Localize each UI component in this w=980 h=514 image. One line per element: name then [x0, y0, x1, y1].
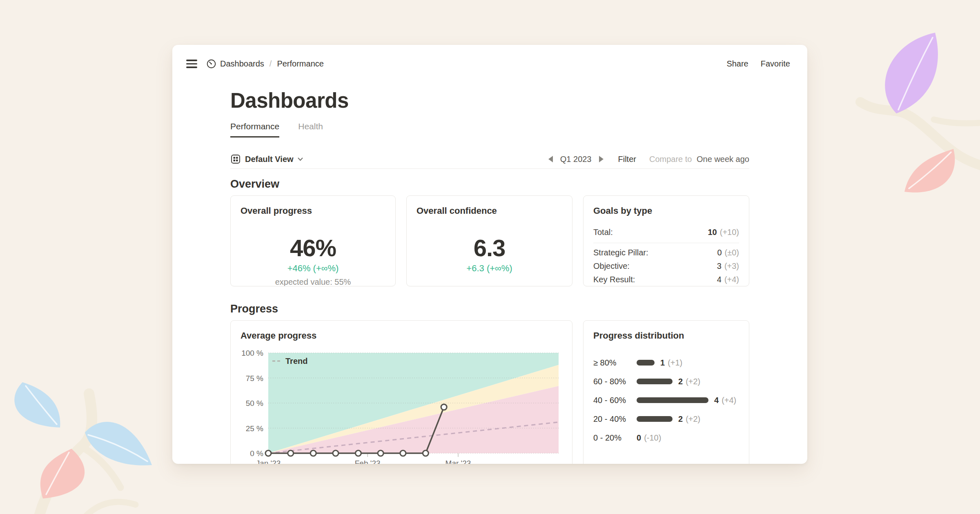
decor-branch-top-right [841, 20, 980, 212]
dist-row-delta: (+2) [686, 414, 700, 424]
app-window: Dashboards / Performance Share Favorite … [172, 45, 807, 464]
goals-by-type-card: Goals by type Total: 10 (+10) Strategic … [583, 195, 749, 286]
progress-cards: Average progress 100 %75 %50 %25 %0 %Jan… [230, 320, 749, 464]
goals-total-row: Total: 10 (+10) [593, 228, 739, 237]
goals-total-label: Total: [593, 228, 613, 237]
dist-bar [637, 379, 673, 384]
toolbar-right: Q1 2023 Filter Compare to One week ago [548, 155, 749, 164]
progress-heading: Progress [230, 303, 749, 315]
goal-row-delta: (+3) [724, 261, 739, 271]
pink-leaf-icon [40, 449, 85, 498]
svg-text:50 %: 50 % [246, 399, 263, 408]
period-label[interactable]: Q1 2023 [560, 155, 592, 164]
overall-progress-delta: +46% (+∞%) [231, 263, 395, 274]
distribution-row: ≥ 80% 1 (+1) [593, 353, 739, 372]
filter-button[interactable]: Filter [618, 155, 636, 164]
dist-row-label: 20 - 40% [593, 414, 637, 424]
distribution-row: 20 - 40% 2 (+2) [593, 410, 739, 428]
card-title: Progress distribution [593, 330, 739, 341]
distribution-row: 40 - 60% 4 (+4) [593, 391, 739, 410]
tab-health[interactable]: Health [298, 122, 323, 137]
dist-row-delta: (+1) [668, 358, 682, 368]
view-selector-label: Default View [245, 155, 294, 164]
dist-row-delta: (-10) [644, 433, 661, 443]
goal-row-value: 0 [717, 248, 722, 257]
goal-row-value: 4 [717, 275, 722, 284]
overall-confidence-delta: +6.3 (+∞%) [407, 263, 572, 274]
overview-cards: Overall progress 46% +46% (+∞%) expected… [230, 195, 749, 286]
goal-row-value: 3 [717, 261, 722, 271]
breadcrumb-dashboards[interactable]: Dashboards [206, 59, 264, 69]
goal-type-row: Key Result: 4(+4) [593, 275, 739, 284]
card-title: Average progress [241, 330, 562, 341]
menu-icon[interactable] [186, 60, 197, 68]
overall-confidence-value: 6.3 [407, 234, 572, 261]
next-period-button[interactable] [599, 156, 604, 162]
overview-heading: Overview [230, 178, 749, 191]
dist-row-delta: (+4) [722, 396, 736, 405]
dist-bar [637, 360, 655, 366]
compare-value-label: One week ago [697, 155, 749, 164]
breadcrumb-root-label: Dashboards [220, 59, 264, 69]
goals-total-delta: (+10) [720, 228, 739, 237]
dist-bar [637, 416, 673, 422]
svg-text:100 %: 100 % [241, 349, 263, 357]
goal-type-row: Strategic Pillar: 0(±0) [593, 248, 739, 257]
tab-bar: Performance Health [230, 122, 749, 137]
svg-text:Trend: Trend [285, 357, 307, 366]
overall-progress-expected: expected value: 55% [231, 277, 395, 286]
gauge-icon [206, 59, 216, 69]
svg-text:Feb '23: Feb '23 [355, 459, 381, 464]
dist-row-label: 0 - 20% [593, 433, 637, 443]
compare-button[interactable]: Compare to One week ago [649, 155, 749, 164]
svg-text:Mar '23: Mar '23 [445, 459, 471, 464]
breadcrumb-performance[interactable]: Performance [277, 59, 324, 69]
svg-text:75 %: 75 % [246, 374, 263, 383]
distribution-row: 60 - 80% 2 (+2) [593, 372, 739, 391]
tab-performance[interactable]: Performance [230, 122, 279, 137]
grid-view-icon [230, 154, 241, 164]
svg-text:25 %: 25 % [246, 424, 263, 433]
share-button[interactable]: Share [726, 59, 748, 69]
goal-row-delta: (+4) [724, 275, 739, 284]
breadcrumb: Dashboards / Performance [206, 59, 324, 69]
dist-bar [637, 397, 708, 403]
toolbar: Default View Q1 2023 Filter Compare to O… [230, 152, 749, 166]
card-title: Overall confidence [416, 206, 562, 216]
distribution-row: 0 - 20% 0 (-10) [593, 428, 739, 447]
distribution-list: ≥ 80% 1 (+1) 60 - 80% 2 (+2) 40 - 60% [593, 353, 739, 447]
purple-leaf-icon [885, 33, 938, 113]
overall-confidence-card: Overall confidence 6.3 +6.3 (+∞%) [406, 195, 572, 286]
goals-divider [593, 243, 739, 243]
average-progress-chart: 100 %75 %50 %25 %0 %Jan '23Feb '23Mar '2… [231, 321, 572, 464]
goal-row-label: Key Result: [593, 275, 635, 284]
dist-row-delta: (+2) [686, 377, 700, 386]
overall-progress-card: Overall progress 46% +46% (+∞%) expected… [230, 195, 396, 286]
dist-row-value: 1 [660, 358, 665, 368]
decor-branch-bottom-left [0, 375, 176, 514]
card-title: Overall progress [241, 206, 385, 216]
svg-text:0 %: 0 % [250, 449, 263, 458]
dist-row-value: 2 [678, 414, 683, 424]
toolbar-divider [230, 168, 749, 169]
dist-row-value: 0 [637, 433, 641, 443]
favorite-button[interactable]: Favorite [761, 59, 790, 69]
progress-distribution-card: Progress distribution ≥ 80% 1 (+1) 60 - … [583, 320, 749, 464]
dist-row-value: 4 [714, 396, 719, 405]
goal-type-row: Objective: 3(+3) [593, 261, 739, 271]
header-actions: Share Favorite [726, 59, 790, 69]
window-header: Dashboards / Performance Share Favorite [172, 45, 807, 69]
svg-text:Jan '23: Jan '23 [256, 459, 281, 464]
page-title: Dashboards [230, 89, 749, 113]
compare-prefix-label: Compare to [649, 155, 692, 164]
goal-row-label: Strategic Pillar: [593, 248, 648, 257]
breadcrumb-separator: / [270, 59, 272, 69]
dist-row-label: 40 - 60% [593, 396, 637, 405]
overall-progress-value: 46% [231, 234, 395, 261]
prev-period-button[interactable] [548, 156, 553, 162]
dist-row-value: 2 [678, 377, 683, 386]
view-selector[interactable]: Default View [230, 154, 303, 164]
goal-row-label: Objective: [593, 261, 630, 271]
card-title: Goals by type [593, 206, 739, 216]
dist-row-label: ≥ 80% [593, 358, 637, 368]
